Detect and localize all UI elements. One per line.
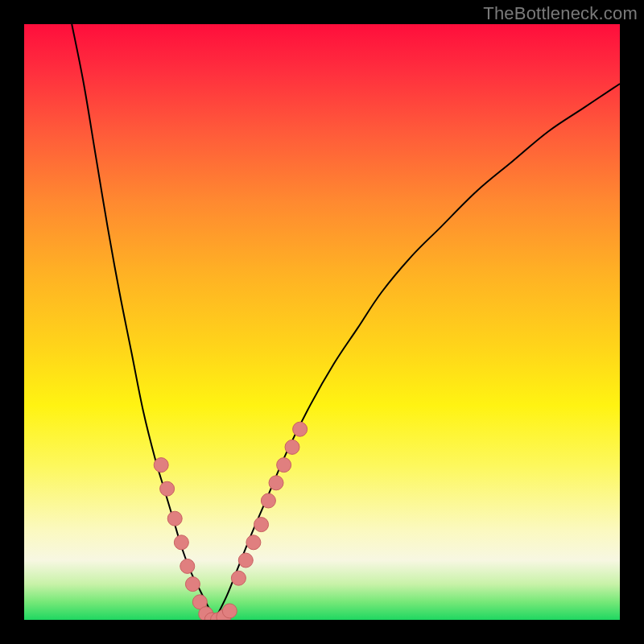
- data-dot: [185, 577, 200, 592]
- data-dot: [167, 511, 182, 526]
- data-dot: [231, 571, 246, 585]
- plot-area: [24, 24, 620, 620]
- data-dot: [269, 476, 283, 490]
- data-dot: [293, 422, 308, 436]
- data-dot: [154, 458, 168, 473]
- data-dot: [160, 481, 175, 496]
- watermark-text: TheBottleneck.com: [483, 3, 638, 24]
- data-dot: [238, 553, 253, 568]
- data-dot: [254, 518, 269, 532]
- data-dot: [277, 458, 291, 473]
- data-dot: [285, 440, 299, 454]
- chart-stage: TheBottleneck.com: [0, 0, 644, 644]
- data-dot: [246, 535, 261, 550]
- bottleneck-curve: [72, 24, 215, 620]
- data-dot: [222, 604, 237, 618]
- data-dot: [180, 559, 195, 573]
- data-dot: [174, 535, 188, 550]
- data-dot: [261, 493, 275, 508]
- curve-svg: [24, 24, 620, 620]
- bottleneck-curve: [215, 84, 620, 620]
